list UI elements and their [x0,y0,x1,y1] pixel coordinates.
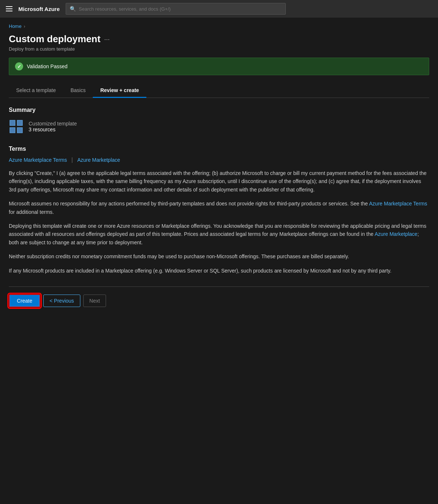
search-bar[interactable]: 🔍 [66,3,286,15]
azure-marketplace-terms-link[interactable]: Azure Marketplace Terms [9,157,67,163]
terms-section: Terms Azure Marketplace Terms | Azure Ma… [9,146,429,275]
terms-paragraph-1: By clicking "Create," I (a) agree to the… [9,169,429,194]
breadcrumb-home-link[interactable]: Home [9,23,22,29]
tab-basics[interactable]: Basics [63,84,93,98]
template-icon [9,119,23,134]
top-navigation: Microsoft Azure 🔍 [0,0,438,18]
tab-select-template[interactable]: Select a template [9,84,63,98]
resources-count: 3 resources [29,127,77,132]
svg-rect-5 [18,121,22,125]
terms-p2-link[interactable]: Azure Marketplace Terms [369,201,427,207]
terms-paragraph-2: Microsoft assumes no responsibility for … [9,200,429,216]
terms-paragraph-5: If any Microsoft products are included i… [9,267,429,275]
page-subtitle: Deploy from a custom template [9,46,429,52]
previous-button[interactable]: < Previous [43,295,80,307]
breadcrumb: Home › [9,23,429,29]
search-icon: 🔍 [70,6,76,12]
page-title: Custom deployment [9,33,101,45]
terms-links: Azure Marketplace Terms | Azure Marketpl… [9,157,429,163]
terms-paragraph-4: Neither subscription credits nor monetar… [9,252,429,260]
azure-marketplace-link[interactable]: Azure Marketplace [77,157,120,163]
svg-rect-7 [18,128,22,132]
hamburger-menu[interactable] [6,6,12,11]
breadcrumb-separator: › [24,24,25,29]
terms-paragraph-3: Deploying this template will create one … [9,222,429,246]
brand-name: Microsoft Azure [18,6,60,12]
page-header: Custom deployment ··· [9,33,429,45]
create-button[interactable]: Create [9,294,40,307]
svg-rect-4 [10,121,15,125]
next-button[interactable]: Next [83,295,106,307]
terms-p3-link[interactable]: Azure Marketplace [375,231,417,237]
tabs: Select a template Basics Review + create [9,84,429,98]
terms-title: Terms [9,146,429,152]
summary-card: Customized template 3 resources [9,119,429,134]
more-options-button[interactable]: ··· [104,36,110,43]
template-name: Customized template [29,121,77,127]
tab-review-create[interactable]: Review + create [93,84,146,98]
search-input[interactable] [79,6,282,12]
terms-body: By clicking "Create," I (a) agree to the… [9,169,429,275]
summary-title: Summary [9,107,429,113]
summary-section: Summary Customized template 3 resources [9,107,429,134]
terms-link-divider: | [71,157,73,163]
summary-info: Customized template 3 resources [29,121,77,132]
main-content: Home › Custom deployment ··· Deploy from… [0,18,438,321]
svg-rect-6 [10,128,15,132]
validation-text: Validation Passed [27,63,67,69]
validation-check-icon [15,62,23,70]
validation-banner: Validation Passed [9,58,429,75]
footer-buttons: Create < Previous Next [9,286,429,315]
